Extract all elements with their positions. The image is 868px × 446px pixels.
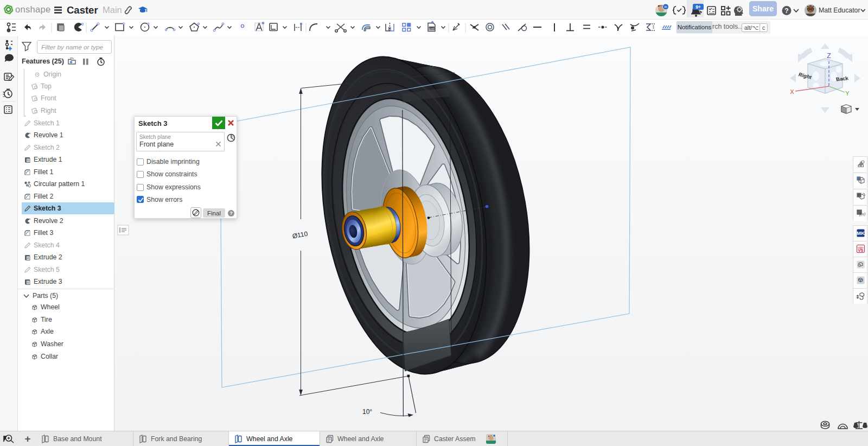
svg-text:f(x): f(x) [859, 212, 865, 216]
svg-text:Back: Back [835, 75, 850, 82]
svg-text:Y: Y [845, 90, 850, 97]
svg-text:Share: Share [752, 4, 774, 13]
svg-text:10°: 10° [362, 408, 372, 416]
svg-text:Ø110: Ø110 [292, 230, 309, 240]
svg-text:in: in [664, 5, 667, 9]
svg-text:Matt Educator: Matt Educator [819, 7, 860, 14]
svg-text:?: ? [784, 7, 788, 15]
svg-text:onshape: onshape [15, 4, 50, 14]
svg-text:Z: Z [827, 52, 831, 60]
svg-text:9+: 9+ [695, 4, 701, 10]
svg-text:DXF: DXF [429, 27, 435, 30]
svg-text:Caster: Caster [67, 4, 98, 16]
svg-text:X: X [790, 88, 794, 95]
svg-text:VS: VS [858, 248, 863, 253]
svg-text:MK: MK [857, 230, 865, 236]
svg-text:Main: Main [103, 5, 122, 15]
